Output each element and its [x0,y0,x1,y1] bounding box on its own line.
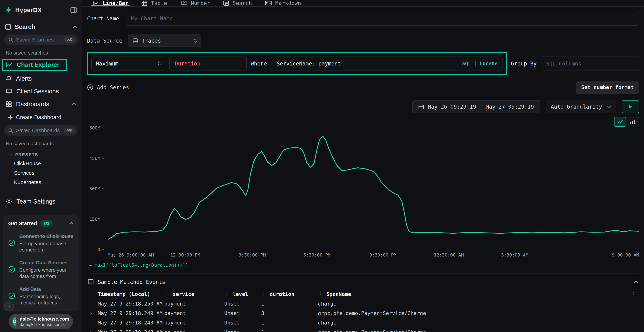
sidebar-item-label: Client Sessions [16,88,59,95]
help-button[interactable]: ? [4,302,14,311]
app: HyperDX Search Saved Searches ⌘K No save… [0,0,644,332]
sidebar-item-dashboards[interactable]: Dashboards [0,98,82,110]
chart-type-tabbar: Line/Bar Table 123 Number Search [82,0,644,6]
saved-dashboards-input[interactable]: Saved Dashboards ⌘K [4,125,78,136]
row-expander-icon[interactable]: › [87,329,98,332]
saved-searches-input[interactable]: Saved Searches ⌘K [4,34,78,45]
tab-markdown[interactable]: Markdown [260,0,307,6]
calendar-icon [418,104,424,110]
preset-item[interactable]: Services [0,168,82,178]
sidebar-item-label: Chart Explorer [17,61,60,68]
column-header-spanname[interactable]: ⋮SpanName [318,291,631,297]
lucene-toggle[interactable]: Lucene [480,61,498,66]
checklist-item[interactable]: Connect to ClickHouse Set up your databa… [8,232,74,253]
column-header-timestamp[interactable]: ⋮Timestamp (Local) [98,291,164,297]
preset-item[interactable]: ClickHouse [0,159,82,168]
tab-label: Search [233,0,252,6]
play-icon [629,105,632,109]
row-expander-icon[interactable]: › [87,301,98,306]
chart-name-label: Chart Name [87,16,119,22]
group-by-input[interactable] [541,56,639,70]
date-range-picker[interactable]: May 26 09:29:19 - May 27 09:29:19 [412,100,540,113]
tab-search[interactable]: Search [218,0,258,6]
add-series-button[interactable]: Add Series [87,84,129,90]
presets-list: ClickHouse Services Kubernetes [0,159,82,187]
x-axis: May 26 9:00:00 AM12:30:00 PM3:30:00 PM6:… [108,252,639,258]
run-query-button[interactable] [622,100,639,113]
x-axis-tick: 3:30:00 AM [501,252,528,258]
tab-table[interactable]: Table [136,0,173,6]
avatar: D [13,317,16,326]
chart-legend[interactable]: — maxIf(toFloat64..ng(Duration))))) [87,262,639,268]
sidebar-item-client-sessions[interactable]: Client Sessions [0,85,82,98]
checklist-item[interactable]: Create Data Sources Configure where your… [8,258,74,280]
row-expander-icon[interactable]: › [87,310,98,316]
saved-dashboards-placeholder: Saved Dashboards [16,128,60,134]
create-dashboard-button[interactable]: Create Dashboard [0,110,82,124]
cell-timestamp: May 27 9:29:18.249 AM [98,310,164,316]
line-display-button[interactable] [614,117,626,126]
gear-icon [6,198,12,205]
collapse-sidebar-icon[interactable] [70,7,77,13]
tab-label: Table [151,0,167,6]
database-icon [132,38,138,44]
search-doc-icon [223,0,229,6]
where-input[interactable] [276,60,459,67]
cell-level: Unset [224,320,261,326]
presets-header[interactable]: PRESETS [0,148,82,159]
event-row[interactable]: › May 27 9:29:18.243 AM payment Unset 1 … [87,318,639,327]
data-source-select[interactable]: Traces [128,34,201,47]
no-saved-dashboards-text: No saved dashboards [0,138,82,148]
sidebar-item-team-settings[interactable]: Team Settings [0,195,82,208]
sidebar-item-label: Dashboards [16,101,49,108]
column-header-duration[interactable]: ⋮duration [261,291,318,297]
legend-series-name: maxIf(toFloat64..ng(Duration))))) [94,262,188,268]
column-handle-icon: ⋮ [224,291,230,297]
set-number-format-button[interactable]: Set number format [576,81,639,94]
sql-toggle[interactable]: SQL [462,61,471,66]
sidebar-item-label: Alerts [16,75,32,82]
circle-plus-icon [87,84,93,90]
search-section-icon [5,24,11,30]
checklist-item[interactable]: Add Data Start sending logs, metrics, or… [8,285,74,306]
cell-level: Unset [224,301,261,307]
no-saved-searches-text: No saved searches [0,47,82,58]
x-axis-tick: 3:30:00 PM [239,252,266,258]
field-input[interactable] [170,56,247,70]
event-row[interactable]: › May 27 9:29:18.243 AM payment Unset 1 … [87,327,639,332]
column-header-level[interactable]: ⋮level [224,291,261,297]
row-expander-icon[interactable]: › [87,320,98,326]
user-menu[interactable]: D dale@clickhouse.com dale@clickhouse.co… [9,314,73,329]
chart-explorer-icon [6,62,13,68]
cell-spanname: charge [318,301,631,307]
preset-item[interactable]: Kubernetes [0,178,82,187]
aggregation-select[interactable]: Maximum [92,56,165,70]
tab-label: Number [191,0,210,6]
tab-number[interactable]: 123 Number [174,0,216,6]
group-by-label: Group By [511,60,537,67]
chart-builder: Chart Name Data Source Traces [82,6,644,332]
tab-label: Line/Bar [103,0,128,6]
chart-name-input[interactable] [126,12,639,26]
get-started-header[interactable]: Get Started 3/3 [8,220,74,227]
saved-searches-placeholder: Saved Searches [16,37,54,43]
select-chevrons-icon [194,38,197,43]
search-section-header[interactable]: Search [0,18,82,33]
where-label: Where [251,60,267,67]
brand-title: HyperDX [15,6,67,14]
events-table-header: ⋮Timestamp (Local) ⋮service ⋮level ⋮dura… [87,289,639,299]
bar-display-button[interactable] [627,117,638,126]
chart-plot-area[interactable] [108,128,639,250]
sidebar-item-alerts[interactable]: Alerts [0,72,82,85]
event-row[interactable]: › May 27 9:29:18.249 AM payment Unset 3 … [87,308,639,318]
table-menu-icon[interactable]: ⋮ [631,291,636,297]
event-row[interactable]: › May 27 9:29:18.250 AM payment Unset 1 … [87,299,639,308]
sidebar-item-chart-explorer[interactable]: Chart Explorer [2,59,67,71]
main-panel: Line/Bar Table 123 Number Search [82,0,644,332]
cell-service: payment [164,310,224,316]
column-handle-icon: ⋮ [318,291,323,297]
tab-line-bar[interactable]: Line/Bar [87,0,134,6]
granularity-select[interactable]: Auto Granularity [546,100,616,113]
column-header-service[interactable]: ⋮service [164,291,224,297]
collapse-events-icon[interactable] [634,280,638,283]
